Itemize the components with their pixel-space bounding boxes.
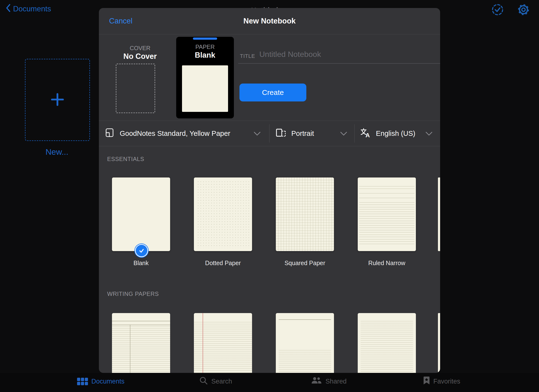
orientation-icon [276,128,286,139]
search-icon [199,376,208,387]
paper-template-half-ruled[interactable] [276,313,334,373]
paper-template-ruled-margin[interactable] [194,313,252,373]
new-notebook-modal: Cancel New Notebook COVER No Cover PAPER… [99,8,440,373]
section-title-essentials: ESSENTIALS [107,156,144,162]
section-title-writing-papers: WRITING PAPERS [107,291,159,297]
template-label-dotted: Dotted Paper [194,260,252,267]
chevron-down-icon [340,130,347,138]
paper-line [112,321,170,321]
chevron-down-icon [425,130,433,138]
new-document-tile[interactable] [25,59,90,141]
title-field-label: TITLE [240,53,255,59]
paper-selected-value: Blank [176,51,234,60]
paper-picker[interactable]: PAPER Blank [176,37,234,118]
cover-section-label: COVER [113,45,167,52]
paper-options-row: GoodNotes Standard, Yellow Paper [99,121,440,146]
people-icon [311,377,322,386]
paper-preview [182,65,228,112]
ruled-pattern [359,184,414,245]
orientation-dropdown[interactable]: Portrait [276,121,351,146]
selected-check-badge [135,244,148,257]
plus-icon [50,92,65,108]
background-page-title-clipped: Untitled [251,0,300,8]
tab-favorites[interactable]: Favorites [423,373,460,390]
chevron-down-icon [254,130,261,138]
paper-section-label: PAPER [176,44,234,50]
paper-template-ruled[interactable] [358,313,416,373]
svg-text:A: A [365,132,370,138]
red-margin-line [203,313,203,373]
ruled-pattern [279,348,331,373]
goodnotes-screen: Documents Untitled New... Documents [0,0,539,392]
create-button[interactable]: Create [239,84,306,101]
modal-title: New Notebook [99,8,440,34]
paper-template-blank[interactable] [112,177,170,251]
cover-selected-value: No Cover [113,52,167,61]
language-icon: A [360,128,371,139]
tab-documents[interactable]: Documents [77,373,125,390]
divider [354,124,355,143]
modal-header: Cancel New Notebook [99,8,440,34]
grid-icon [77,378,88,385]
back-button-documents[interactable]: Documents [6,4,51,14]
notebook-title-input[interactable] [259,50,429,59]
tab-search[interactable]: Search [199,373,232,390]
back-chevron-icon [6,4,11,14]
paper-template-partial[interactable] [438,177,440,251]
cover-picker[interactable] [116,64,155,113]
ruled-pattern [112,325,170,373]
page-size-icon [105,128,114,139]
paper-template-legal[interactable] [112,313,170,373]
template-label-blank: Blank [112,260,170,267]
active-tab-indicator [193,38,217,40]
select-checkmark-icon[interactable] [491,4,504,17]
new-tile-label[interactable]: New... [25,147,89,157]
template-label-squared: Squared Paper [276,260,334,267]
settings-gear-icon[interactable] [517,3,530,17]
bookmark-star-icon [423,376,430,387]
ruled-pattern [361,319,413,373]
divider [269,124,270,143]
page-size-dropdown[interactable]: GoodNotes Standard, Yellow Paper [105,121,265,146]
back-button-label: Documents [13,5,51,13]
paper-template-squared[interactable] [276,177,334,251]
language-dropdown[interactable]: A English (US) [360,121,437,146]
tab-shared[interactable]: Shared [311,373,347,390]
dotted-pattern [197,180,249,248]
grid-pattern [276,177,334,251]
template-label-ruled-narrow: Ruled Narrow [358,260,416,267]
paper-line [279,319,331,320]
paper-template-ruled-narrow[interactable] [358,177,416,251]
paper-template-dotted[interactable] [194,177,252,251]
paper-template-partial[interactable] [438,313,440,373]
title-field-underline [238,63,440,64]
bottom-tab-bar: Documents Search Shared [0,373,539,392]
